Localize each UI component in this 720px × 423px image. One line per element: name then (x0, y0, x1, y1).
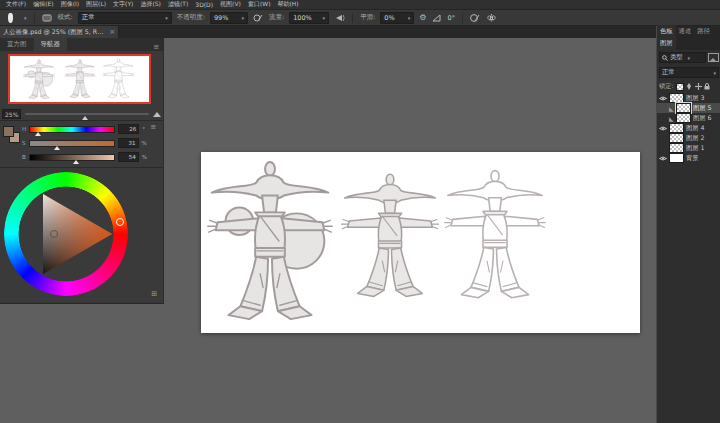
smoothing-label: 平滑: (360, 13, 375, 22)
filter-pixel-layers-icon[interactable] (708, 53, 719, 62)
close-icon[interactable]: × (109, 29, 115, 36)
clipping-mask-icon: ◣ (669, 115, 674, 122)
menu-file[interactable]: 文件(F) (6, 0, 26, 9)
layer-row[interactable]: 图层 4 (657, 123, 720, 133)
brush-settings-panel-icon[interactable] (42, 12, 53, 23)
menu-type[interactable]: 文字(Y) (113, 0, 133, 9)
saturation-label: S (22, 140, 26, 146)
divider (352, 13, 353, 23)
divider (462, 13, 463, 23)
chevron-down-icon: ▾ (165, 15, 168, 21)
navigator-zoom-row: 25% (2, 108, 161, 120)
clipping-mask-icon: ◣ (669, 105, 674, 112)
panel-menu-icon[interactable]: ≡ (150, 123, 156, 131)
navigator-zoom-slider[interactable] (25, 113, 149, 115)
menu-edit[interactable]: 编辑(E) (33, 0, 53, 9)
brightness-value[interactable]: 54 (118, 152, 139, 162)
menu-select[interactable]: 选择(S) (140, 0, 161, 9)
layer-thumbnail[interactable] (669, 153, 684, 163)
saturation-slider-row: S 31 % (22, 137, 160, 149)
layer-row-selected[interactable]: ◣ 图层 5 (657, 103, 720, 113)
hue-value[interactable]: 26 (118, 124, 139, 134)
menu-3d[interactable]: 3D(D) (195, 1, 213, 8)
tab-channels[interactable]: 通道 (676, 25, 695, 38)
menu-view[interactable]: 视图(V) (220, 0, 241, 9)
layer-row-background[interactable]: 背景 (657, 153, 720, 163)
canvas[interactable] (201, 152, 640, 333)
menu-layer[interactable]: 图层(L) (86, 0, 106, 9)
panel-menu-icon[interactable]: ≡ (153, 43, 159, 51)
tab-paths[interactable]: 路径 (694, 25, 713, 38)
brush-angle-icon[interactable] (432, 12, 443, 23)
pressure-size-icon[interactable] (470, 12, 481, 23)
chevron-down-icon[interactable]: ▾ (24, 15, 27, 21)
pressure-opacity-icon[interactable] (253, 12, 264, 23)
layer-row[interactable]: 图层 1 (657, 143, 720, 153)
layer-thumbnail[interactable] (669, 143, 684, 153)
airbrush-icon[interactable] (334, 12, 345, 23)
tab-navigator[interactable]: 导航器 (34, 38, 68, 51)
hue-slider-row: H 26 ° (22, 123, 160, 135)
lock-position-icon[interactable] (695, 83, 702, 90)
menu-image[interactable]: 图像(I) (61, 0, 79, 9)
opacity-input[interactable]: 99%▾ (210, 12, 248, 24)
layer-row[interactable]: 图层 3 (657, 93, 720, 103)
blend-mode-row: 正常 ▾ (657, 65, 720, 80)
lock-paint-icon[interactable] (686, 83, 693, 90)
saturation-brightness-triangle[interactable] (4, 172, 128, 296)
saturation-slider[interactable] (29, 140, 115, 147)
menu-help[interactable]: 帮助(H) (278, 0, 299, 9)
flow-input[interactable]: 100%▾ (289, 12, 329, 24)
expand-icon[interactable]: ⊞ (151, 290, 157, 298)
saturation-unit: % (142, 140, 147, 146)
color-cursor[interactable] (50, 230, 58, 238)
brush-angle-value[interactable]: 0° (448, 14, 455, 22)
brush-options-bar: ▾ 模式: 正常▾ 不透明度: 99%▾ 流量: 100%▾ 平滑: 0%▾ ⚙… (0, 10, 720, 26)
layer-filter-select[interactable]: 类型 ▾ (659, 52, 706, 63)
menu-window[interactable]: 窗口(W) (248, 0, 271, 9)
navigator-panel-tabs: 直方图 导航器 ≡ (0, 38, 163, 51)
color-panel: H 26 ° S 31 % B 54 % ≡ (0, 120, 163, 168)
layer-thumbnail[interactable] (669, 123, 684, 133)
navigator-zoom-value[interactable]: 25% (2, 109, 21, 119)
eye-icon[interactable] (659, 126, 667, 131)
hue-cursor[interactable] (116, 218, 124, 226)
eye-icon[interactable] (659, 96, 667, 101)
chevron-down-icon: ▾ (688, 55, 691, 61)
tab-histogram[interactable]: 直方图 (0, 38, 34, 51)
navigator-proxy-view[interactable] (8, 54, 151, 104)
layer-blend-mode-select[interactable]: 正常 ▾ (659, 67, 719, 78)
saturation-value[interactable]: 31 (118, 138, 139, 148)
layer-row[interactable]: 图层 2 (657, 133, 720, 143)
menu-filter[interactable]: 滤镜(T) (168, 0, 188, 9)
hue-slider[interactable] (29, 126, 115, 133)
brush-preset-button[interactable] (5, 12, 16, 23)
layer-row[interactable]: ◣ 图层 6 (657, 113, 720, 123)
layer-thumbnail[interactable] (669, 133, 684, 143)
layers-tab-row: 图层 (657, 38, 720, 50)
layer-thumbnail[interactable] (669, 93, 684, 103)
lock-transparency-icon[interactable] (676, 83, 684, 91)
foreground-color-swatch[interactable] (3, 126, 14, 137)
smoothing-input[interactable]: 0%▾ (380, 12, 414, 24)
symmetry-icon[interactable] (486, 12, 497, 23)
document-tab[interactable]: 人公画像.psd @ 25% (图层 5, RGB/8#) * × (0, 26, 119, 38)
brightness-slider[interactable] (29, 154, 115, 161)
slider-thumb[interactable] (73, 160, 79, 164)
layer-thumbnail[interactable] (676, 113, 691, 123)
eye-icon[interactable] (659, 156, 667, 161)
layers-panel-column: 色板 通道 路径 图层 类型 ▾ 正常 ▾ 锁定: (656, 26, 720, 423)
slider-thumb[interactable] (35, 132, 41, 136)
brush-tip-icon (8, 13, 13, 23)
tab-layers[interactable]: 图层 (657, 37, 676, 50)
slider-thumb[interactable] (54, 146, 60, 150)
gear-icon[interactable]: ⚙ (419, 13, 426, 22)
hue-label: H (22, 126, 26, 132)
lock-row: 锁定: (657, 80, 720, 93)
blend-mode-select[interactable]: 正常▾ (78, 12, 172, 24)
layer-thumbnail[interactable] (676, 103, 691, 113)
lock-all-icon[interactable] (704, 83, 711, 90)
zoom-in-icon[interactable] (153, 112, 161, 117)
brightness-slider-row: B 54 % (22, 151, 160, 163)
color-wheel-panel: ⊞ (0, 167, 163, 304)
